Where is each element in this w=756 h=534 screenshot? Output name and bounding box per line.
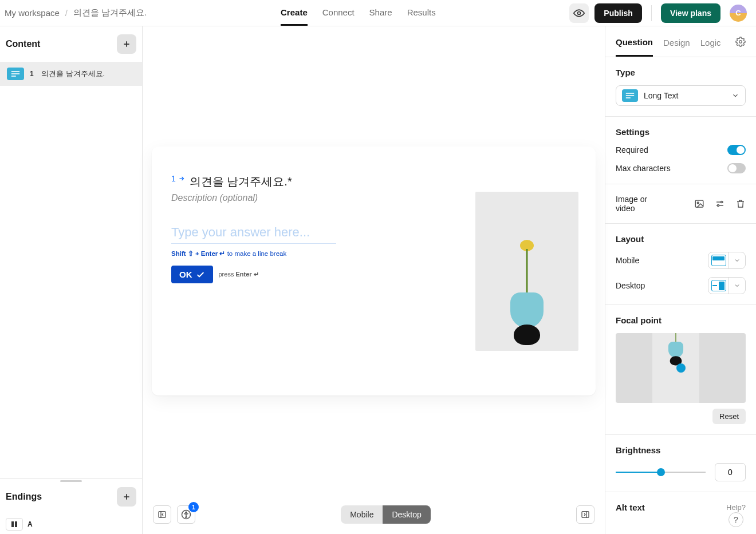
settings-section: Settings Required Max characters — [605, 117, 756, 184]
ending-icon — [6, 518, 23, 531]
content-item-1[interactable]: 1 의견을 남겨주세요. — [0, 62, 142, 86]
maxchars-toggle[interactable] — [727, 163, 746, 173]
svg-point-15 — [697, 202, 699, 204]
type-header: Type — [616, 68, 746, 77]
left-panel: Content 1 의견을 남겨주세요. Endings — [0, 26, 143, 534]
tab-design[interactable]: Design — [663, 38, 690, 56]
brightness-section: Brightness — [605, 435, 756, 492]
layout-desktop-label: Desktop — [616, 281, 645, 290]
layout-header: Layout — [616, 234, 746, 244]
type-section: Type Long Text — [605, 57, 756, 117]
top-bar: My workspace / 의견을 남겨주세요. Create Connect… — [0, 0, 756, 26]
chevron-down-icon — [731, 92, 739, 100]
layout-mobile-label: Mobile — [616, 256, 639, 265]
add-content-button[interactable] — [117, 34, 136, 54]
svg-rect-5 — [15, 521, 17, 527]
question-title[interactable]: 의견을 남겨주세요.* — [190, 174, 292, 189]
line-break-hint: Shift ⇧ + Enter ↵ to make a line break — [171, 250, 452, 258]
question-card[interactable]: 1 의견을 남겨주세요.* Description (optional) Shi… — [152, 147, 596, 395]
svg-rect-4 — [11, 521, 14, 527]
collapse-left-button[interactable] — [153, 505, 171, 524]
required-toggle[interactable] — [727, 145, 746, 155]
required-label: Required — [616, 145, 648, 155]
gear-icon — [735, 37, 746, 47]
brightness-slider[interactable] — [616, 466, 706, 478]
svg-rect-1 — [11, 71, 19, 72]
trash-icon[interactable] — [735, 199, 746, 209]
tab-results[interactable]: Results — [407, 1, 436, 26]
long-text-icon — [622, 89, 638, 102]
ok-hint: press Enter ↵ — [219, 271, 259, 278]
ok-button[interactable]: OK — [171, 266, 213, 283]
layout-section: Layout Mobile Desktop — [605, 224, 756, 305]
view-plans-button[interactable]: View plans — [661, 3, 720, 23]
content-header: Content — [0, 26, 142, 62]
publish-button[interactable]: Publish — [594, 3, 642, 23]
tab-create[interactable]: Create — [281, 1, 308, 26]
svg-rect-3 — [11, 76, 16, 77]
canvas-bottom-bar: 1 Mobile Desktop — [143, 505, 605, 524]
maxchars-label: Max characters — [616, 164, 671, 173]
content-item-label: 의견을 남겨주세요. — [41, 69, 105, 79]
plus-icon — [123, 40, 131, 48]
type-select[interactable]: Long Text — [616, 85, 746, 106]
settings-header: Settings — [616, 127, 746, 137]
content-title: Content — [6, 39, 40, 49]
right-panel: Question Design Logic Type Long Text Set… — [605, 26, 756, 534]
check-icon — [196, 270, 205, 279]
svg-rect-12 — [626, 95, 634, 96]
adjust-icon[interactable] — [715, 199, 725, 209]
tab-connect[interactable]: Connect — [322, 1, 355, 26]
add-ending-button[interactable] — [117, 487, 136, 507]
tab-share[interactable]: Share — [369, 1, 392, 26]
top-actions: Publish View plans C — [569, 3, 747, 23]
workspace-link[interactable]: My workspace — [5, 8, 60, 18]
question-number: 1 — [171, 174, 185, 183]
ending-item-a[interactable]: A — [0, 515, 142, 534]
alt-text-help[interactable]: Help? — [726, 503, 746, 512]
viewport-toggle: Mobile Desktop — [341, 505, 431, 524]
content-list: 1 의견을 남겨주세요. — [0, 62, 142, 478]
plus-icon — [123, 493, 131, 501]
image-icon[interactable] — [694, 199, 704, 209]
media-image[interactable] — [475, 192, 578, 351]
brightness-input[interactable] — [715, 463, 746, 481]
panel-left-icon — [158, 510, 167, 519]
content-item-index: 1 — [30, 70, 36, 78]
svg-point-8 — [186, 512, 187, 513]
focal-handle[interactable] — [676, 363, 686, 373]
endings-section: Endings A — [0, 478, 142, 534]
focal-reset-button[interactable]: Reset — [712, 409, 746, 424]
layout-desktop-select[interactable] — [708, 277, 746, 294]
tab-logic[interactable]: Logic — [700, 38, 721, 56]
tab-question[interactable]: Question — [616, 37, 653, 57]
collapse-right-button[interactable] — [576, 505, 594, 524]
right-body: Type Long Text Settings Required Max cha… — [605, 57, 756, 534]
panel-right-icon — [581, 510, 590, 519]
chevron-down-icon — [734, 257, 741, 264]
svg-point-17 — [718, 205, 719, 207]
canvas: 1 의견을 남겨주세요.* Description (optional) Shi… — [143, 26, 605, 534]
svg-rect-11 — [626, 93, 634, 94]
tab-settings-gear[interactable] — [735, 37, 746, 57]
alt-text-header: Alt text — [616, 503, 645, 512]
svg-point-10 — [739, 41, 742, 43]
viewport-mobile[interactable]: Mobile — [341, 505, 383, 524]
ending-letter: A — [27, 520, 33, 528]
preview-button[interactable] — [569, 3, 589, 23]
svg-rect-2 — [11, 73, 19, 74]
answer-input[interactable] — [171, 224, 336, 244]
avatar[interactable]: C — [730, 5, 747, 22]
ok-row: OK press Enter ↵ — [171, 266, 452, 283]
svg-point-0 — [578, 11, 581, 14]
layout-mobile-select[interactable] — [708, 252, 746, 269]
svg-rect-14 — [695, 200, 703, 207]
divider — [651, 5, 652, 21]
question-description[interactable]: Description (optional) — [171, 193, 452, 203]
focal-canvas[interactable] — [616, 333, 746, 403]
top-tabs: Create Connect Share Results — [147, 1, 569, 26]
viewport-desktop[interactable]: Desktop — [383, 505, 430, 524]
help-button[interactable]: ? — [729, 512, 743, 527]
endings-title: Endings — [6, 492, 42, 502]
form-title[interactable]: 의견을 남겨주세요. — [73, 7, 147, 18]
